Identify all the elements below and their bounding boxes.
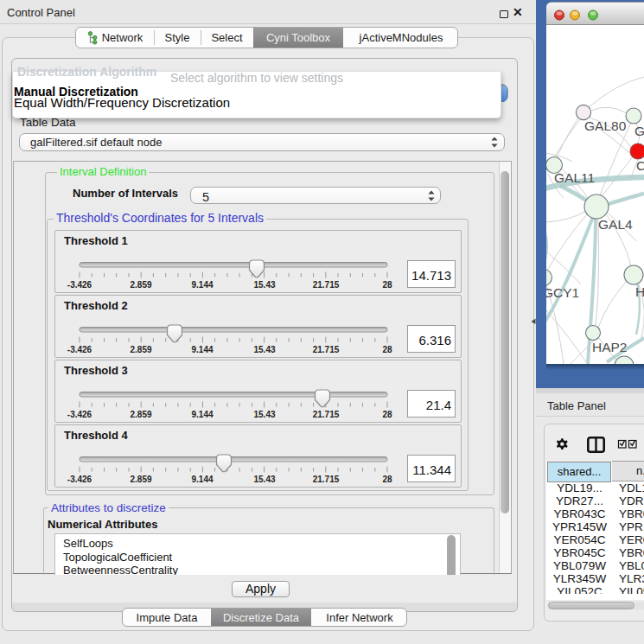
svg-text:GAL4: GAL4: [598, 217, 633, 232]
svg-text:H: H: [635, 284, 644, 299]
svg-text:G.: G.: [634, 124, 644, 138]
svg-text:C: C: [636, 158, 644, 173]
svg-text:HAP2: HAP2: [592, 340, 628, 354]
svg-text:GAL80: GAL80: [584, 118, 627, 133]
svg-text:GAL11: GAL11: [554, 170, 595, 185]
svg-text:GCY1: GCY1: [546, 285, 579, 300]
